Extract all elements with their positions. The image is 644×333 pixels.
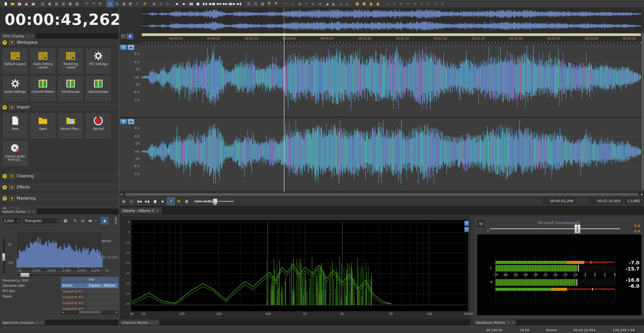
- scroll-thumb[interactable]: [641, 33, 644, 191]
- monitor-volume-button[interactable]: [175, 198, 182, 205]
- effect-slot-4-button[interactable]: ≈: [405, 1, 411, 7]
- spectrum-analyzer-chart[interactable]: [16, 231, 103, 271]
- close-icon[interactable]: ×: [31, 34, 33, 38]
- selection-tool-button[interactable]: ▨: [259, 1, 266, 7]
- fast-forward-button[interactable]: ▶▶: [222, 1, 229, 7]
- timeline-ruler[interactable]: + ▣ 00:00:1000:00:2000:00:3000:00:4000:0…: [119, 33, 644, 44]
- center-on-playhead-button[interactable]: ◎: [296, 1, 303, 7]
- scrub-tool-button[interactable]: [167, 198, 174, 205]
- copy-button[interactable]: ▣: [46, 1, 53, 7]
- fade-out-button[interactable]: ◣: [330, 1, 337, 7]
- next-marker-button[interactable]: ▮▶▶: [229, 1, 236, 7]
- redo-button[interactable]: ↷: [90, 1, 97, 7]
- channel-1-toggle-button[interactable]: 1: [464, 221, 469, 226]
- gain-slider-track[interactable]: [490, 228, 620, 229]
- sync-transport-button[interactable]: ↻: [164, 1, 171, 7]
- scroll-right-icon[interactable]: ▶: [115, 311, 119, 314]
- action-vst-settings[interactable]: VST Settings: [86, 48, 111, 74]
- float-icon[interactable]: □: [26, 34, 29, 38]
- pencil-tool-button[interactable]: [141, 1, 148, 7]
- table-row[interactable]: Snapshot #2:: [61, 294, 118, 300]
- close-icon[interactable]: ×: [156, 209, 159, 213]
- scroll-right-icon[interactable]: ▶: [641, 193, 643, 196]
- tab-hardware-meters[interactable]: Hardware Meters□×: [474, 320, 517, 326]
- float-icon[interactable]: □: [507, 321, 510, 324]
- action-oscilloscope[interactable]: Oscilloscope: [58, 76, 83, 101]
- chevron-right-icon[interactable]: [3, 185, 7, 189]
- rip-cd-button[interactable]: [361, 1, 367, 7]
- trim-button[interactable]: ▧: [74, 1, 80, 7]
- tab-time-display[interactable]: Time Display□×: [0, 33, 36, 39]
- effect-slot-7-button[interactable]: ≈: [425, 1, 432, 7]
- waveform-canvas-1[interactable]: [142, 44, 641, 117]
- record-button[interactable]: ●: [183, 198, 190, 205]
- scroll-left-icon[interactable]: ◀: [61, 311, 65, 314]
- go-to-end-button[interactable]: ▶▮: [236, 1, 243, 7]
- fade-in-button[interactable]: ◢: [324, 1, 330, 7]
- spectrum-h-zoom-slider[interactable]: [16, 274, 103, 277]
- crossfade-b-button[interactable]: ◺: [344, 1, 351, 7]
- previous-marker-button[interactable]: ◀◀▮: [208, 1, 215, 7]
- window-function-select[interactable]: Triangular▾: [23, 217, 60, 224]
- tab-document[interactable]: Espana - Albeniz 5×: [119, 207, 162, 214]
- snap-toggle-button[interactable]: +: [303, 1, 310, 7]
- close-icon[interactable]: ×: [33, 210, 35, 213]
- section-header-import[interactable]: Import: [0, 104, 119, 111]
- float-icon[interactable]: □: [36, 321, 39, 324]
- save-file-button[interactable]: [16, 1, 23, 7]
- drop-region-button[interactable]: [273, 1, 280, 7]
- spectrum-v-zoom-slider[interactable]: [2, 236, 6, 274]
- slider-handle[interactable]: [2, 253, 5, 261]
- go-to-end-button[interactable]: ▶▮: [144, 198, 151, 205]
- unlock-button[interactable]: [367, 1, 374, 7]
- burn-cd-button[interactable]: [354, 1, 361, 7]
- zoom-to-selection-button[interactable]: [114, 1, 120, 7]
- action-new[interactable]: New: [3, 113, 28, 138]
- loop-start-marker[interactable]: [142, 33, 144, 36]
- more-options-button[interactable]: ▾: [94, 217, 98, 224]
- marker-b-button[interactable]: ▰: [317, 1, 324, 7]
- auto-scroll-icon[interactable]: ▣: [127, 34, 133, 39]
- selection-start-button[interactable]: ⌐: [282, 1, 289, 7]
- float-icon[interactable]: □: [28, 210, 31, 213]
- stop-button[interactable]: ■: [152, 198, 159, 205]
- action-audio-settings[interactable]: Audio Settings: [3, 76, 28, 101]
- effect-slot-3-button[interactable]: ≈: [398, 1, 405, 7]
- open-file-button[interactable]: [9, 1, 16, 7]
- waveform-h-scrollbar[interactable]: ◀ ▶: [119, 192, 644, 197]
- slider-handle[interactable]: [21, 273, 29, 277]
- section-header-mastering[interactable]: Mastering: [0, 195, 119, 202]
- statistics-button[interactable]: ◨: [120, 1, 127, 7]
- overview-waveform[interactable]: [142, 8, 641, 32]
- action-recent-files[interactable]: Recent Files...: [58, 113, 83, 138]
- marker-a-button[interactable]: ▰: [310, 1, 317, 7]
- loop-selection-bar[interactable]: [142, 33, 641, 36]
- effect-slot-8-button[interactable]: ≈: [432, 1, 439, 7]
- table-row[interactable]: Active:Espana - Albeniz: [61, 283, 118, 289]
- scroll-left-icon[interactable]: ◀: [120, 193, 122, 196]
- scroll-thumb[interactable]: [79, 311, 101, 313]
- lock-button[interactable]: [374, 1, 381, 7]
- zoom-document-button[interactable]: [252, 1, 259, 7]
- rewind-button[interactable]: ◀◀: [215, 1, 222, 7]
- waveform-v-scrollbar[interactable]: [641, 33, 644, 192]
- playhead-cursor[interactable]: [284, 33, 284, 192]
- go-to-start-button[interactable]: ▮◀: [201, 1, 208, 7]
- table-row[interactable]: Snapshot #3:: [61, 300, 118, 306]
- channel-1-badge[interactable]: 1: [120, 45, 127, 50]
- play-button[interactable]: ▶: [159, 198, 167, 205]
- monitor-input-button[interactable]: ◉: [151, 1, 157, 7]
- channel-mixer-button[interactable]: ◫: [107, 1, 114, 7]
- chevron-down-icon[interactable]: [3, 40, 7, 45]
- section-header-cleaning[interactable]: Cleaning: [0, 172, 119, 180]
- gain-slider-handle[interactable]: [574, 225, 581, 233]
- lock-spectrum-button[interactable]: [101, 217, 108, 224]
- tab-instant-action[interactable]: Instant Action□×: [0, 209, 37, 215]
- paste-as-new-button[interactable]: ▥: [60, 1, 67, 7]
- channel-2-badge[interactable]: 2: [120, 119, 127, 124]
- spectrum-settings-button[interactable]: [62, 217, 69, 224]
- drop-marker-button[interactable]: [266, 1, 273, 7]
- effect-slot-2-button[interactable]: ≈: [391, 1, 398, 7]
- close-icon[interactable]: ×: [155, 321, 157, 324]
- float-icon[interactable]: □: [150, 321, 153, 324]
